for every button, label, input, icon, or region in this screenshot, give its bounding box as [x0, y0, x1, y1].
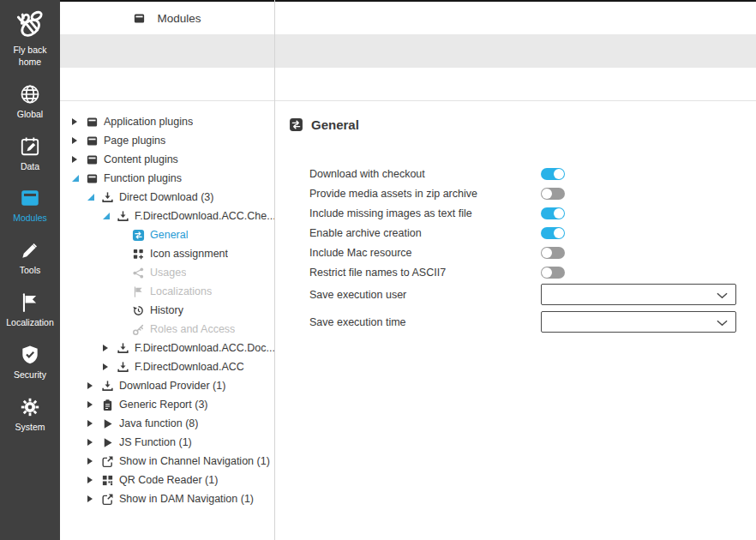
- tree-node-label: F.DirectDownload.ACC.Doc...: [135, 342, 274, 354]
- tree-column: Modules Application plugins Page plugins…: [60, 0, 275, 540]
- sidebar-item-label: Security: [12, 369, 48, 381]
- swap-arrows-icon: [289, 117, 303, 132]
- chevron-down-icon: [717, 315, 728, 330]
- tree-node-label: Roles and Access: [150, 323, 235, 335]
- tree-node[interactable]: F.DirectDownload.ACC.Doc...: [60, 339, 274, 357]
- tree-node[interactable]: F.DirectDownload.ACC: [60, 357, 274, 376]
- sidebar-item-label: System: [13, 422, 46, 434]
- tree-node[interactable]: Localizations: [60, 282, 274, 301]
- shield-check-icon: [19, 344, 41, 366]
- tree-node-label: Generic Report (3): [119, 399, 208, 411]
- sidebar-item-tools[interactable]: Tools: [0, 239, 60, 277]
- expand-arrow-icon[interactable]: [86, 439, 100, 446]
- tree-node-label: Localizations: [150, 285, 212, 297]
- tree-panel-header: Modules: [60, 0, 274, 34]
- tree-node-label: Show in DAM Navigation (1): [119, 493, 254, 505]
- toggle-switch[interactable]: [541, 188, 565, 200]
- expand-arrow-icon[interactable]: [70, 156, 85, 163]
- book-icon: [85, 153, 99, 166]
- sidebar-item-security[interactable]: Security: [0, 344, 60, 381]
- main-spacer: [275, 68, 756, 100]
- play-icon: [100, 417, 114, 430]
- module-tree: Application plugins Page plugins Content…: [60, 101, 274, 506]
- toggle-group: Download with checkoutProvide media asse…: [309, 164, 756, 282]
- tree-node[interactable]: Java function (8): [60, 414, 274, 433]
- tree-node[interactable]: History: [60, 301, 274, 320]
- section-header: General: [289, 117, 756, 132]
- bee-icon: [13, 7, 47, 41]
- tree-node[interactable]: General: [60, 225, 274, 244]
- tree-node-label: Content plugins: [104, 153, 178, 165]
- sidebar-item-modules[interactable]: Modules: [0, 187, 60, 225]
- tree-node-label: Icon assignment: [150, 248, 228, 260]
- expand-arrow-icon[interactable]: [86, 420, 100, 427]
- tree-node[interactable]: Generic Report (3): [60, 395, 274, 414]
- toggle-switch[interactable]: [541, 267, 565, 279]
- tree-node[interactable]: Download Provider (1): [60, 376, 274, 395]
- sidebar-item-localization[interactable]: Localization: [0, 291, 60, 329]
- setting-row: Download with checkout: [309, 164, 756, 183]
- toggle-switch[interactable]: [541, 168, 565, 180]
- select-dropdown[interactable]: [541, 311, 736, 333]
- expand-arrow-icon[interactable]: [86, 477, 100, 483]
- section-title: General: [311, 117, 359, 132]
- sidebar-item-label: Data: [19, 161, 41, 173]
- tree-node[interactable]: Page plugins: [60, 131, 274, 150]
- chevron-down-icon: [717, 287, 728, 303]
- gear-icon: [19, 396, 41, 418]
- book-icon: [85, 134, 99, 147]
- settings-panel: General Download with checkoutProvide me…: [275, 101, 756, 333]
- tree-node-label: F.DirectDownload.ACC: [135, 361, 244, 373]
- tree-node[interactable]: JS Function (1): [60, 433, 274, 452]
- share-out-icon: [100, 454, 114, 468]
- tree-node[interactable]: Function plugins: [60, 169, 274, 188]
- sidebar-item-home[interactable]: Fly back home: [0, 7, 60, 69]
- sidebar-item-data[interactable]: Data: [0, 135, 60, 173]
- sidebar-item-label: Fly back home: [0, 45, 60, 69]
- sidebar-item-label: Modules: [11, 213, 49, 225]
- tree-node[interactable]: Roles and Access: [60, 320, 274, 339]
- tree-node[interactable]: QR Code Reader (1): [60, 471, 274, 489]
- tree-node-label: JS Function (1): [119, 436, 192, 448]
- tree-node[interactable]: Icon assignment: [60, 244, 274, 263]
- expand-arrow-icon[interactable]: [101, 363, 116, 370]
- globe-icon: [19, 83, 41, 105]
- calendar-edit-icon: [19, 135, 41, 158]
- select-dropdown[interactable]: [541, 284, 736, 305]
- main-toolbar: [275, 34, 756, 68]
- toggle-switch[interactable]: [541, 207, 565, 219]
- toggle-switch[interactable]: [541, 227, 565, 239]
- tree-spacer: [60, 68, 274, 100]
- share-nodes-icon: [131, 266, 145, 279]
- expand-arrow-icon[interactable]: [86, 382, 100, 389]
- tree-node[interactable]: F.DirectDownload.ACC.Che...: [60, 207, 274, 225]
- book-icon: [85, 115, 99, 129]
- key-icon: [131, 322, 145, 336]
- sidebar-item-label: Localization: [4, 317, 55, 329]
- tree-toolbar: [60, 34, 274, 68]
- tree-node[interactable]: Usages: [60, 263, 274, 282]
- collapse-arrow-icon[interactable]: [101, 213, 116, 219]
- expand-arrow-icon[interactable]: [86, 495, 100, 502]
- collapse-arrow-icon[interactable]: [70, 175, 85, 182]
- expand-arrow-icon[interactable]: [86, 458, 100, 465]
- download-icon: [116, 341, 129, 355]
- tree-node[interactable]: Show in DAM Navigation (1): [60, 489, 274, 506]
- expand-arrow-icon[interactable]: [86, 401, 100, 408]
- expand-arrow-icon[interactable]: [70, 118, 85, 125]
- history-icon: [131, 303, 145, 317]
- collapse-arrow-icon[interactable]: [86, 194, 100, 201]
- sidebar-item-system[interactable]: System: [0, 396, 60, 434]
- sidebar-item-global[interactable]: Global: [0, 83, 60, 121]
- tree-node[interactable]: Application plugins: [60, 112, 274, 131]
- tree-node[interactable]: Content plugins: [60, 150, 274, 169]
- tree-node-label: Show in Channel Navigation (1): [119, 455, 270, 467]
- tree-node[interactable]: Show in Channel Navigation (1): [60, 452, 274, 471]
- tree-node[interactable]: Direct Download (3): [60, 188, 274, 207]
- setting-label: Include Mac resource: [309, 247, 541, 259]
- expand-arrow-icon[interactable]: [101, 345, 116, 351]
- toggle-switch[interactable]: [541, 247, 565, 259]
- expand-arrow-icon[interactable]: [70, 137, 85, 144]
- tree-panel-title: Modules: [157, 12, 201, 25]
- setting-row: Enable archive creation: [309, 223, 756, 243]
